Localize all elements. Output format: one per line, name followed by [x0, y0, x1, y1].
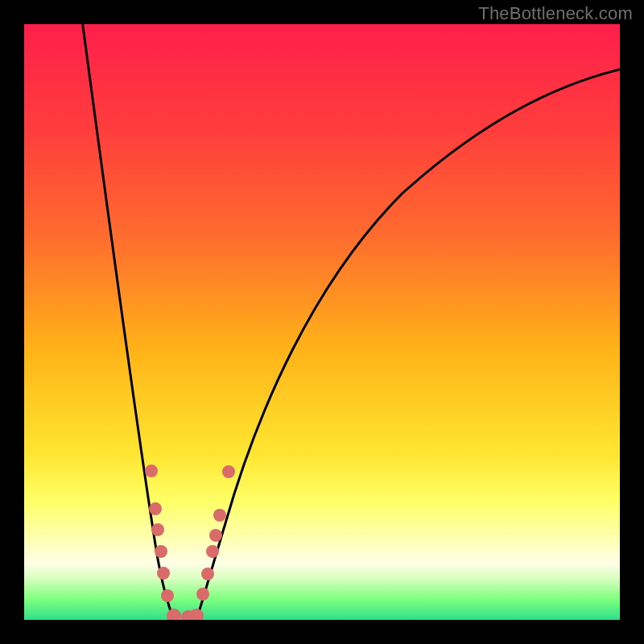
gradient-background	[24, 24, 620, 620]
marker-point	[209, 529, 222, 542]
watermark-text: TheBottleneck.com	[478, 3, 633, 24]
marker-point	[222, 465, 235, 478]
plot-area	[24, 24, 620, 620]
chart-svg	[24, 24, 620, 620]
marker-point	[157, 567, 170, 580]
marker-point	[201, 568, 214, 580]
marker-point	[196, 588, 209, 601]
marker-point	[206, 545, 219, 558]
marker-point	[213, 509, 226, 522]
chart-frame: TheBottleneck.com	[0, 0, 644, 644]
marker-point	[151, 523, 164, 536]
marker-point	[161, 589, 174, 602]
marker-point	[149, 502, 162, 515]
marker-point	[155, 545, 167, 558]
marker-point	[145, 464, 158, 477]
